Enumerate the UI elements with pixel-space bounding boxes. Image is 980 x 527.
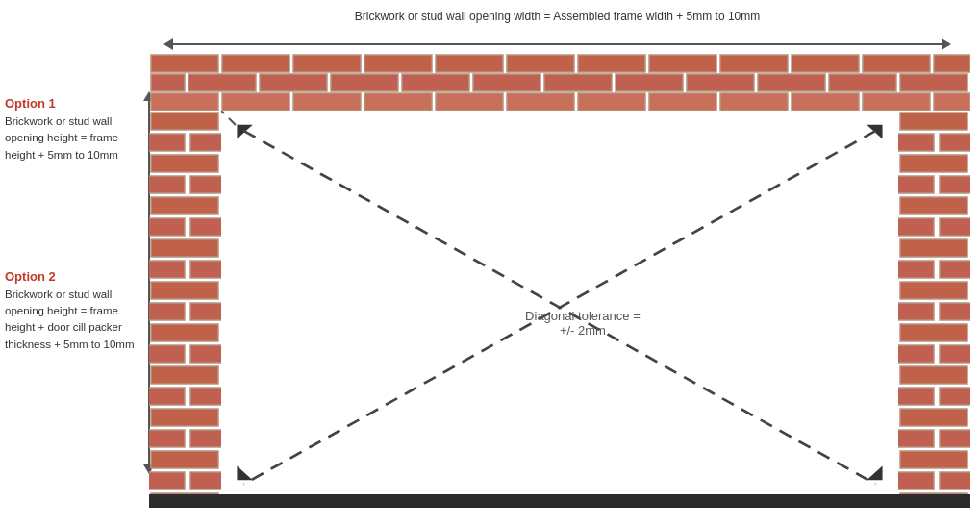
svg-rect-43 — [898, 111, 970, 494]
door-opening: Diagonal tolerance = +/- 2mm — [221, 111, 898, 494]
svg-rect-0 — [151, 55, 218, 72]
svg-rect-23 — [900, 74, 967, 91]
option2-text: Brickwork or stud wall opening height = … — [5, 287, 144, 353]
brick-wall: Diagonal tolerance = +/- 2mm — [149, 53, 970, 508]
svg-rect-25 — [222, 93, 289, 111]
top-annotation-text: Brickwork or stud wall opening width = A… — [154, 10, 961, 23]
main-container: Brickwork or stud wall opening width = A… — [0, 0, 980, 527]
option1-text: Brickwork or stud wall opening height = … — [5, 113, 144, 163]
svg-rect-14 — [260, 74, 327, 91]
svg-rect-32 — [720, 93, 788, 111]
svg-rect-10 — [863, 55, 930, 72]
svg-rect-24 — [151, 93, 218, 111]
svg-rect-9 — [792, 55, 859, 72]
svg-rect-28 — [436, 93, 503, 111]
svg-rect-17 — [473, 74, 540, 91]
svg-marker-47 — [237, 466, 252, 481]
svg-marker-48 — [867, 466, 882, 481]
svg-rect-13 — [188, 74, 256, 91]
option2-title: Option 2 — [5, 269, 144, 284]
option1-title: Option 1 — [5, 96, 144, 111]
svg-rect-27 — [364, 93, 432, 111]
svg-rect-21 — [758, 74, 825, 91]
diagonal-lines-svg2 — [221, 111, 898, 494]
svg-rect-3 — [364, 55, 432, 72]
svg-rect-29 — [507, 93, 574, 111]
svg-rect-5 — [507, 55, 574, 72]
svg-rect-31 — [649, 93, 716, 111]
svg-rect-19 — [616, 74, 683, 91]
svg-rect-15 — [331, 74, 398, 91]
option2-block: Option 2 Brickwork or stud wall opening … — [5, 269, 144, 353]
svg-rect-8 — [720, 55, 788, 72]
top-width-arrow — [163, 37, 951, 52]
right-bricks-svg — [898, 111, 970, 494]
svg-rect-1 — [222, 55, 289, 72]
arrow-line-horizontal — [173, 43, 942, 45]
arrow-head-right-icon — [942, 38, 951, 50]
svg-rect-34 — [863, 93, 930, 111]
svg-rect-30 — [578, 93, 645, 111]
svg-rect-39 — [149, 111, 221, 494]
left-brick-column — [149, 111, 221, 494]
diagonal-tolerance-label: Diagonal tolerance = +/- 2mm — [525, 309, 641, 338]
diagonal-tolerance-line1: Diagonal tolerance = — [525, 309, 641, 323]
top-bricks-svg — [149, 53, 970, 111]
svg-rect-22 — [829, 74, 896, 91]
svg-rect-6 — [578, 55, 645, 72]
svg-rect-7 — [649, 55, 716, 72]
option1-block: Option 1 Brickwork or stud wall opening … — [5, 96, 144, 163]
left-bricks-svg — [149, 111, 221, 494]
svg-rect-11 — [934, 55, 970, 72]
bottom-floor — [149, 494, 970, 508]
top-brick-section — [149, 53, 970, 111]
svg-rect-4 — [436, 55, 503, 72]
svg-rect-33 — [792, 93, 859, 111]
svg-rect-2 — [293, 55, 361, 72]
diagram-area: Diagonal tolerance = +/- 2mm — [149, 53, 970, 508]
svg-rect-20 — [687, 74, 754, 91]
svg-rect-35 — [934, 93, 970, 111]
top-annotation: Brickwork or stud wall opening width = A… — [154, 10, 961, 23]
arrow-head-left-icon — [163, 38, 173, 50]
svg-rect-18 — [544, 74, 612, 91]
diagonal-tolerance-line2: +/- 2mm — [525, 323, 641, 338]
svg-rect-12 — [151, 74, 185, 91]
left-sidebar: Option 1 Brickwork or stud wall opening … — [5, 96, 144, 353]
svg-rect-16 — [402, 74, 469, 91]
right-brick-column — [898, 111, 970, 494]
svg-rect-26 — [293, 93, 361, 111]
